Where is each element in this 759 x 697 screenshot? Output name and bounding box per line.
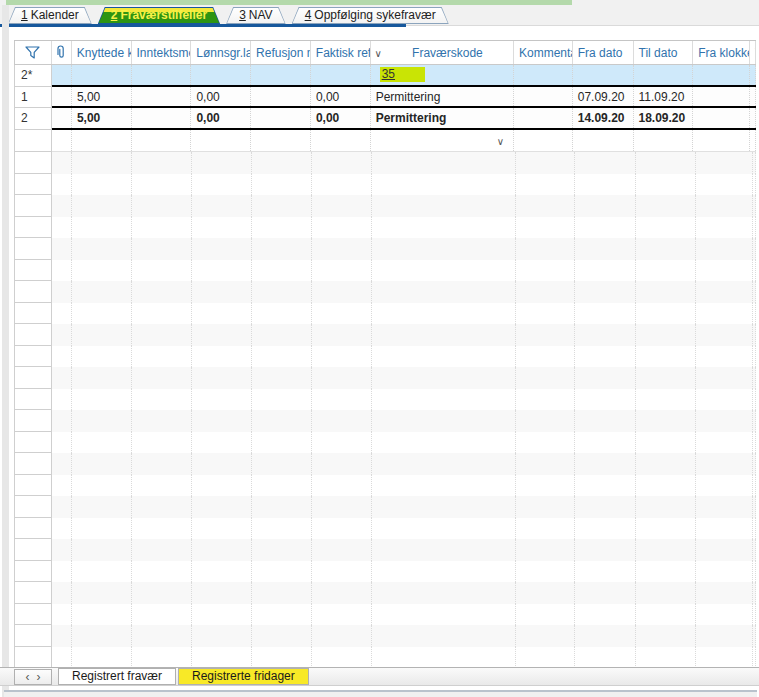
chevron-down-icon[interactable]: ∨ — [375, 48, 382, 59]
row-number-cell[interactable] — [14, 324, 52, 346]
col-header-inntektsmel[interactable]: Inntektsmel — [132, 41, 192, 64]
table-row-empty[interactable] — [14, 281, 756, 303]
table-row-empty[interactable] — [14, 432, 756, 454]
col-header-knyttede[interactable]: Knyttede ka — [72, 41, 132, 64]
bottom-tab-scroll-nav[interactable]: ‹ › — [14, 669, 52, 685]
col-header-refusjon[interactable]: Refusjon m — [251, 41, 311, 64]
cell-truncated — [750, 65, 756, 85]
row-number-cell[interactable] — [14, 346, 52, 368]
row-number-cell[interactable] — [14, 539, 52, 561]
col-header-faktisk-refu[interactable]: Faktisk refu — [311, 41, 371, 64]
cell-empty — [52, 217, 72, 239]
row-number-cell[interactable] — [14, 152, 52, 174]
cell-empty — [52, 453, 72, 475]
table-row-empty[interactable] — [14, 561, 756, 583]
cell-empty — [753, 152, 756, 174]
scroll-right-icon[interactable]: › — [37, 671, 41, 683]
table-row-empty[interactable] — [14, 367, 756, 389]
table-row-empty[interactable] — [14, 453, 756, 475]
row-number-cell[interactable] — [14, 625, 52, 647]
col-header-fravaerskode[interactable]: ∨ Fraværskode — [371, 41, 514, 64]
table-row-empty[interactable] — [14, 195, 756, 217]
row-number-cell[interactable] — [14, 647, 52, 669]
row-number-cell[interactable] — [14, 496, 52, 518]
table-row-empty[interactable] — [14, 647, 756, 669]
cell-empty — [192, 561, 252, 583]
row-number-cell[interactable] — [14, 561, 52, 583]
col-header-kommentar[interactable]: Kommentar — [514, 41, 573, 64]
cell-empty — [192, 625, 252, 647]
row-cells — [52, 453, 756, 475]
col-header-til-dato[interactable]: Til dato — [634, 41, 694, 64]
table-row-empty[interactable] — [14, 518, 756, 540]
cell-empty — [696, 410, 753, 432]
row-number-cell[interactable] — [14, 475, 52, 497]
row-number-cell[interactable] — [14, 582, 52, 604]
subtab-registrert-fravaer[interactable]: Registrert fravær — [58, 668, 176, 685]
table-row-empty[interactable] — [14, 496, 756, 518]
row-number-cell[interactable] — [14, 174, 52, 196]
table-row-empty[interactable] — [14, 625, 756, 647]
row-number-cell[interactable] — [14, 260, 52, 282]
table-row[interactable]: 1 5,00 0,00 0,00 Permittering 07.09.20 1… — [14, 87, 756, 108]
cell-fravaerskode-dropdown[interactable]: ∨ — [371, 130, 514, 151]
table-row-empty[interactable] — [14, 604, 756, 626]
table-row-empty[interactable] — [14, 346, 756, 368]
attachment-header-cell[interactable] — [52, 41, 72, 64]
cell-empty — [52, 324, 72, 346]
row-number-cell[interactable] — [14, 432, 52, 454]
table-row[interactable]: 2 5,00 0,00 0,00 Permittering 14.09.20 1… — [14, 108, 756, 130]
row-number-cell[interactable]: 2* — [14, 65, 52, 87]
cell-empty — [753, 389, 756, 411]
table-row-empty[interactable] — [14, 217, 756, 239]
tab-nav[interactable]: 3NAV — [226, 7, 285, 24]
row-number-cell[interactable] — [14, 238, 52, 260]
row-number-cell[interactable]: 2 — [14, 108, 52, 130]
cell-empty — [252, 496, 312, 518]
filter-header-cell[interactable] — [14, 41, 52, 64]
subtab-registrerte-fridager[interactable]: Registrerte fridager — [178, 668, 309, 685]
table-row-empty[interactable] — [14, 303, 756, 325]
table-row-selected[interactable]: 2* 35 — [14, 65, 756, 87]
table-row-new-entry[interactable]: ∨ — [14, 130, 756, 152]
tab-fravaerstilfeller[interactable]: 2Fraværstilfeller — [98, 7, 220, 24]
row-number-cell[interactable] — [14, 410, 52, 432]
cell-empty — [52, 604, 72, 626]
row-number-cell[interactable] — [14, 195, 52, 217]
col-header-lonnsgrlag[interactable]: Lønnsgr.lag — [191, 41, 251, 64]
chevron-down-icon[interactable]: ∨ — [497, 136, 504, 147]
table-row-empty[interactable] — [14, 539, 756, 561]
row-number-cell[interactable]: 1 — [14, 87, 52, 108]
row-number-cell[interactable] — [14, 367, 52, 389]
tab-oppfolging-sykefravaer[interactable]: 4Oppfølging sykefravær — [292, 7, 449, 24]
col-header-fra-klokkeslett[interactable]: Fra klokkesl — [693, 41, 750, 64]
table-row-empty[interactable] — [14, 260, 756, 282]
cell-empty — [575, 260, 636, 282]
table-row-empty[interactable] — [14, 582, 756, 604]
cell-empty — [312, 174, 372, 196]
highlighted-value[interactable]: 35 — [380, 67, 425, 82]
cell-inntektsmel — [132, 65, 192, 85]
table-row-empty[interactable] — [14, 389, 756, 411]
row-number-cell[interactable] — [14, 281, 52, 303]
table-row-empty[interactable] — [14, 152, 756, 174]
table-row-empty[interactable] — [14, 475, 756, 497]
fravaerskode-link[interactable]: 35 — [382, 67, 395, 81]
row-number-cell[interactable] — [14, 453, 52, 475]
row-number-cell[interactable] — [14, 604, 52, 626]
table-row-empty[interactable] — [14, 238, 756, 260]
cell-empty — [372, 303, 516, 325]
row-number-cell[interactable] — [14, 518, 52, 540]
cell-empty — [72, 561, 132, 583]
table-row-empty[interactable] — [14, 410, 756, 432]
col-header-fra-dato[interactable]: Fra dato — [573, 41, 634, 64]
row-number-cell[interactable] — [14, 217, 52, 239]
row-number-cell[interactable] — [14, 303, 52, 325]
tab-kalender[interactable]: 1Kalender — [8, 7, 92, 24]
row-number-cell[interactable] — [14, 389, 52, 411]
table-row-empty[interactable] — [14, 174, 756, 196]
row-number-cell[interactable] — [14, 130, 52, 152]
cell-empty — [753, 367, 756, 389]
scroll-left-icon[interactable]: ‹ — [26, 671, 30, 683]
table-row-empty[interactable] — [14, 324, 756, 346]
